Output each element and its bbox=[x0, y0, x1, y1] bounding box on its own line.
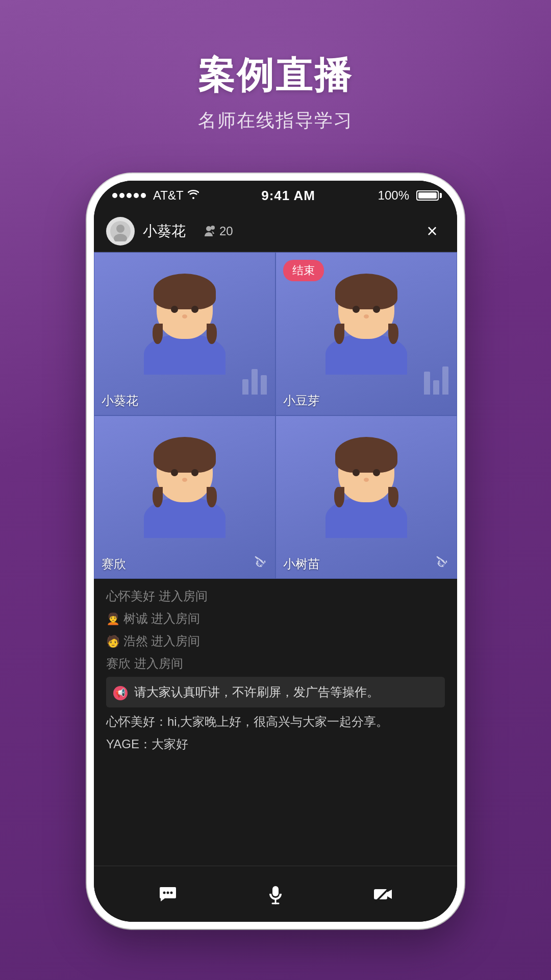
bar-1-1 bbox=[242, 379, 248, 395]
person-nose-4 bbox=[364, 478, 369, 482]
battery-percent: 100% bbox=[378, 188, 409, 203]
phone-outer: AT&T 9:41 AM 100% bbox=[87, 174, 464, 929]
person-head-3 bbox=[157, 441, 213, 502]
signal-dot-2 bbox=[119, 193, 124, 198]
bg-bars-2 bbox=[424, 366, 448, 395]
person-hair-side-r-4 bbox=[388, 487, 398, 507]
battery-fill bbox=[418, 192, 437, 199]
person-eye-r-4 bbox=[373, 469, 380, 476]
chat-message-4: 赛欣 进入房间 bbox=[106, 654, 445, 673]
person-hair-side-r-3 bbox=[207, 487, 217, 507]
person-nose-2 bbox=[364, 314, 369, 318]
bottom-bar bbox=[94, 866, 457, 922]
carrier-name: AT&T bbox=[153, 188, 184, 203]
status-time: 9:41 AM bbox=[261, 188, 315, 204]
person-nose-1 bbox=[182, 314, 187, 318]
signal-dots bbox=[112, 193, 146, 198]
chat-message-2: 🧑‍🦱 树诚 进入房间 bbox=[106, 609, 445, 628]
bar-2-3 bbox=[442, 366, 448, 395]
chat-message-1: 心怀美好 进入房间 bbox=[106, 587, 445, 605]
bar-2-2 bbox=[433, 380, 439, 395]
person-nose-3 bbox=[182, 478, 187, 482]
person-hair-3 bbox=[154, 437, 216, 473]
person-hair-side-l-2 bbox=[334, 324, 344, 344]
person-hair-2 bbox=[335, 274, 397, 309]
person-head-1 bbox=[157, 278, 213, 339]
phone-mockup: AT&T 9:41 AM 100% bbox=[87, 174, 464, 929]
chat-area: 心怀美好 进入房间 🧑‍🦱 树诚 进入房间 🧑 浩然 进入房间 赛欣 进入房间 … bbox=[94, 579, 457, 866]
mute-icon-3 bbox=[254, 554, 268, 572]
person-avatar-3 bbox=[144, 441, 226, 538]
viewer-count-area: 20 bbox=[202, 224, 233, 238]
person-eye-l-4 bbox=[353, 469, 360, 476]
bar-1-2 bbox=[252, 369, 258, 395]
person-hair-side-l-4 bbox=[334, 487, 344, 507]
cell-label-1: 小葵花 bbox=[102, 393, 138, 409]
video-cell-1: 小葵花 bbox=[94, 252, 276, 415]
svg-point-5 bbox=[170, 891, 173, 894]
video-grid: 小葵花 bbox=[94, 252, 457, 579]
status-bar: AT&T 9:41 AM 100% bbox=[94, 181, 457, 210]
header-area: 案例直播 名师在线指导学习 bbox=[0, 51, 551, 133]
person-hair-4 bbox=[335, 437, 397, 473]
person-hair-side-l-1 bbox=[153, 324, 163, 344]
person-head-4 bbox=[338, 441, 394, 502]
app-header: 小葵花 20 × bbox=[94, 210, 457, 252]
status-right: 100% bbox=[378, 188, 439, 203]
signal-dot-3 bbox=[127, 193, 132, 198]
svg-point-3 bbox=[163, 891, 166, 894]
person-head-2 bbox=[338, 278, 394, 339]
phone-screen: AT&T 9:41 AM 100% bbox=[94, 181, 457, 922]
phone-inner: AT&T 9:41 AM 100% bbox=[94, 181, 457, 922]
svg-point-1 bbox=[116, 225, 124, 233]
camera-off-button[interactable] bbox=[365, 876, 402, 913]
status-left: AT&T bbox=[112, 188, 199, 203]
person-hair-1 bbox=[154, 274, 216, 309]
video-bg-1 bbox=[94, 253, 275, 415]
cell-label-2: 小豆芽 bbox=[283, 393, 320, 409]
close-button[interactable]: × bbox=[419, 218, 445, 244]
video-cell-3: 赛欣 bbox=[94, 415, 276, 579]
notice-icon: 📢 bbox=[113, 686, 128, 700]
host-name: 小葵花 bbox=[143, 222, 186, 241]
person-eye-r-1 bbox=[191, 306, 198, 313]
person-avatar-2 bbox=[325, 278, 407, 375]
person-hair-side-l-3 bbox=[153, 487, 163, 507]
person-eye-r-2 bbox=[373, 306, 380, 313]
viewer-number: 20 bbox=[219, 224, 233, 238]
sub-title: 名师在线指导学习 bbox=[0, 108, 551, 133]
person-hair-side-r-2 bbox=[388, 324, 398, 344]
chat-notice: 📢 请大家认真听讲，不许刷屏，发广告等操作。 bbox=[106, 677, 445, 707]
bar-1-3 bbox=[261, 375, 267, 395]
cell-label-4: 小树苗 bbox=[283, 556, 320, 572]
end-badge: 结束 bbox=[283, 260, 324, 281]
person-hair-side-r-1 bbox=[207, 324, 217, 344]
person-avatar-1 bbox=[144, 278, 226, 375]
battery-icon bbox=[416, 190, 439, 201]
wifi-icon bbox=[188, 189, 199, 202]
cell-label-3: 赛欣 bbox=[102, 556, 126, 572]
chat-message-5: 心怀美好：hi,大家晚上好，很高兴与大家一起分享。 bbox=[106, 713, 445, 731]
signal-dot-1 bbox=[112, 193, 117, 198]
signal-dot-4 bbox=[134, 193, 139, 198]
chat-button[interactable] bbox=[149, 876, 186, 913]
person-eye-l-2 bbox=[353, 306, 360, 313]
host-avatar bbox=[106, 217, 135, 246]
video-cell-4: 小树苗 bbox=[276, 415, 457, 579]
video-cell-2: 结束 小豆芽 bbox=[276, 252, 457, 415]
mic-button[interactable] bbox=[257, 876, 294, 913]
chat-message-6: YAGE：大家好 bbox=[106, 735, 445, 753]
video-bg-3 bbox=[94, 416, 275, 578]
video-bg-4 bbox=[276, 416, 457, 578]
mute-icon-4 bbox=[435, 554, 449, 572]
person-eye-r-3 bbox=[191, 469, 198, 476]
bg-bars-1 bbox=[242, 369, 267, 395]
person-eye-l-1 bbox=[171, 306, 178, 313]
signal-dot-5 bbox=[141, 193, 146, 198]
person-eye-l-3 bbox=[171, 469, 178, 476]
chat-message-3: 🧑 浩然 进入房间 bbox=[106, 632, 445, 650]
bar-2-1 bbox=[424, 372, 430, 395]
main-title: 案例直播 bbox=[0, 51, 551, 100]
svg-rect-6 bbox=[272, 886, 279, 896]
person-avatar-4 bbox=[325, 441, 407, 538]
